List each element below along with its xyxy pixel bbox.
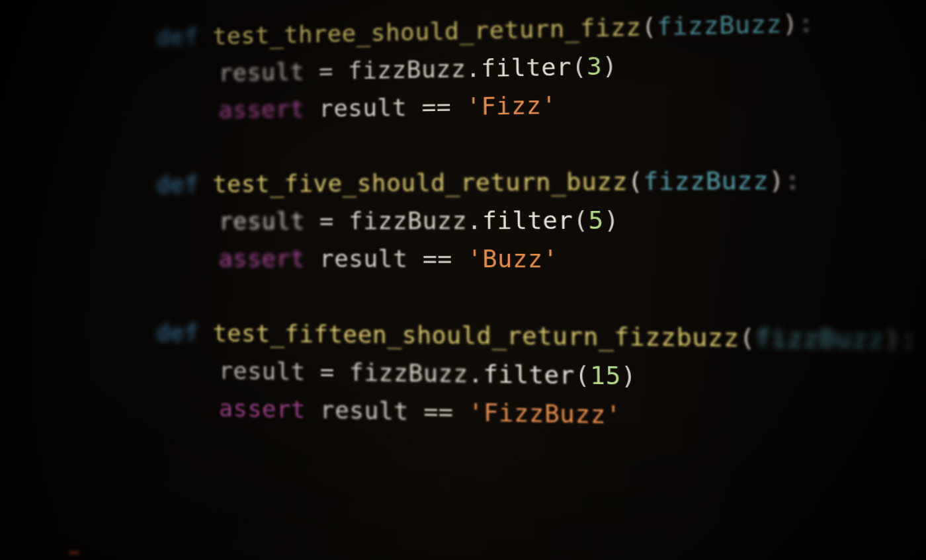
keyword-def: def	[156, 171, 198, 198]
blank-line[interactable]	[74, 277, 917, 320]
code-line[interactable]: result = fizzBuzz.filter(5)	[74, 200, 915, 241]
assign-operator: =	[319, 58, 333, 85]
keyword-assert: assert	[219, 96, 305, 124]
line-number	[26, 350, 54, 387]
parameter: fizzBuzz	[755, 324, 885, 354]
parameter: fizzBuzz	[657, 10, 782, 40]
method-call: filter	[483, 360, 575, 389]
string-literal: 'FizzBuzz'	[468, 399, 622, 429]
number-literal: 5	[588, 206, 604, 234]
number-literal: 3	[587, 53, 603, 81]
equals-operator: ==	[421, 93, 451, 121]
open-paren: (	[641, 13, 657, 42]
equals-operator: ==	[423, 245, 452, 273]
colon: :	[784, 167, 801, 195]
close-paren: )	[769, 167, 785, 195]
colon: :	[798, 9, 814, 38]
close-paren: )	[884, 325, 901, 354]
line-number	[27, 131, 54, 167]
code-line[interactable]: assert result == 'Buzz'	[74, 240, 916, 280]
line-number	[27, 95, 54, 131]
open-paren: (	[628, 168, 644, 196]
code-line[interactable]: def test_five_should_return_buzz(fizzBuz…	[74, 161, 914, 204]
object-ref: fizzBuzz	[349, 207, 467, 235]
open-paren: (	[575, 362, 591, 390]
dot: .	[466, 55, 481, 83]
keyword-assert: assert	[219, 245, 306, 272]
line-number	[26, 461, 53, 499]
variable: result	[219, 357, 306, 385]
variable: result	[219, 208, 305, 235]
method-call: filter	[482, 207, 573, 235]
line-number	[26, 277, 54, 314]
string-literal: 'Fizz'	[466, 92, 557, 121]
code-editor[interactable]: def test_three_should_return_fizz(fizzBu…	[0, 0, 926, 525]
open-paren: (	[571, 53, 587, 81]
colon: :	[900, 325, 917, 354]
keyword-def: def	[156, 24, 198, 51]
line-number	[27, 167, 54, 204]
line-number	[27, 204, 54, 241]
dot: .	[467, 207, 482, 235]
number-literal: 15	[590, 362, 621, 390]
equals-operator: ==	[423, 398, 454, 426]
cursor-indicator	[69, 551, 79, 555]
line-number	[26, 313, 54, 350]
code-content[interactable]: def test_three_should_return_fizz(fizzBu…	[73, 2, 921, 522]
close-paren: )	[602, 52, 618, 80]
assign-operator: =	[319, 208, 334, 235]
variable: result	[218, 58, 304, 87]
line-number	[26, 387, 53, 424]
assign-operator: =	[320, 358, 335, 386]
variable: result	[319, 245, 407, 273]
object-ref: fizzBuzz	[348, 56, 466, 85]
close-paren: )	[621, 362, 637, 391]
function-name: test_five_should_return_buzz	[213, 168, 628, 198]
line-number	[26, 424, 53, 461]
open-paren: (	[739, 324, 756, 352]
line-number	[26, 241, 54, 277]
close-paren: )	[782, 10, 798, 38]
variable: result	[320, 397, 409, 426]
variable: result	[319, 94, 407, 122]
object-ref: fizzBuzz	[349, 359, 468, 388]
line-number	[27, 58, 54, 95]
parameter: fizzBuzz	[643, 167, 769, 196]
open-paren: (	[573, 207, 589, 235]
close-paren: )	[604, 206, 620, 234]
keyword-assert: assert	[219, 395, 306, 423]
line-number-gutter	[26, 22, 75, 499]
keyword-def: def	[156, 319, 198, 346]
function-name: test_fifteen_should_return_fizzbuzz	[213, 320, 739, 352]
method-call: filter	[481, 53, 571, 82]
line-number	[28, 22, 55, 60]
function-name: test_three_should_return_fizz	[212, 13, 641, 50]
dot: .	[468, 360, 484, 388]
string-literal: 'Buzz'	[467, 245, 558, 273]
